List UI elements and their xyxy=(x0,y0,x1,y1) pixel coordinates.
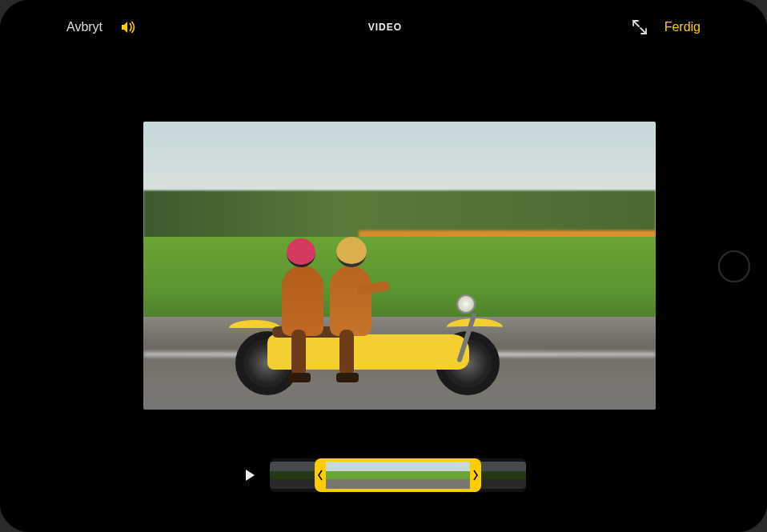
editor-topbar: Avbryt VIDEO Ferdig xyxy=(52,11,715,43)
timeline-thumb[interactable] xyxy=(379,462,416,489)
play-icon xyxy=(243,469,256,482)
chevron-left-icon xyxy=(318,469,323,482)
video-preview-area xyxy=(90,106,709,425)
trim-dim-left xyxy=(270,462,316,489)
volume-icon[interactable] xyxy=(120,20,138,34)
home-button[interactable] xyxy=(718,250,750,282)
play-button[interactable] xyxy=(241,466,259,484)
chevron-right-icon xyxy=(473,469,478,482)
video-timeline[interactable] xyxy=(270,458,526,492)
trim-dim-right xyxy=(480,462,526,489)
done-button[interactable]: Ferdig xyxy=(665,20,701,34)
trim-handle-end[interactable] xyxy=(470,458,481,492)
editor-content xyxy=(52,43,715,521)
mode-title: VIDEO xyxy=(138,22,632,33)
timeline-thumb[interactable] xyxy=(343,462,379,489)
trim-handle-start[interactable] xyxy=(315,458,326,492)
ipad-frame: Avbryt VIDEO Ferdig xyxy=(0,0,767,532)
fullscreen-icon[interactable] xyxy=(632,20,647,34)
timeline-thumb[interactable] xyxy=(416,462,453,489)
video-subject xyxy=(235,219,492,395)
video-preview[interactable] xyxy=(143,122,656,410)
screen: Avbryt VIDEO Ferdig xyxy=(52,11,715,521)
cancel-button[interactable]: Avbryt xyxy=(66,20,102,34)
timeline-row xyxy=(52,458,715,492)
